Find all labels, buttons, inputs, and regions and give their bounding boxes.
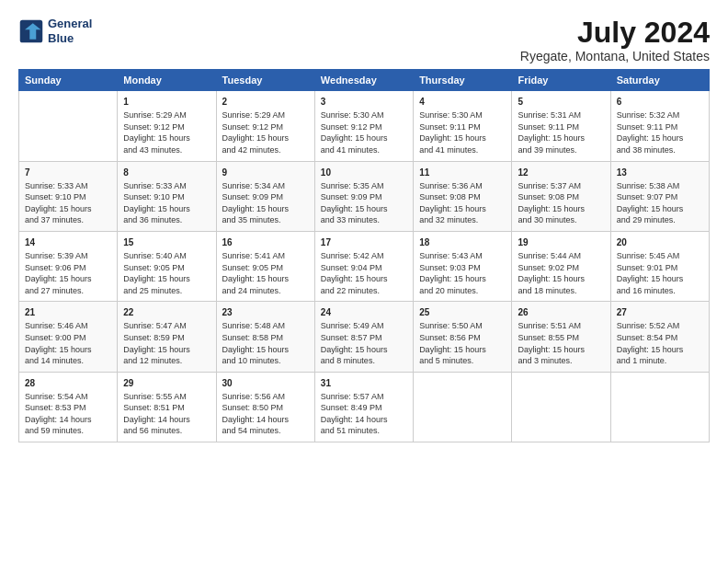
logo-icon <box>18 18 44 44</box>
day-content: Sunrise: 5:51 AM Sunset: 8:55 PM Dayligh… <box>518 320 604 366</box>
day-number: 7 <box>25 167 111 179</box>
calendar-cell: 7Sunrise: 5:33 AM Sunset: 9:10 PM Daylig… <box>19 161 118 231</box>
calendar-cell: 29Sunrise: 5:55 AM Sunset: 8:51 PM Dayli… <box>118 372 216 442</box>
calendar-cell: 31Sunrise: 5:57 AM Sunset: 8:49 PM Dayli… <box>314 372 413 442</box>
day-header-saturday: Saturday <box>610 70 709 91</box>
calendar-cell: 24Sunrise: 5:49 AM Sunset: 8:57 PM Dayli… <box>314 302 413 372</box>
day-content: Sunrise: 5:31 AM Sunset: 9:11 PM Dayligh… <box>518 109 604 155</box>
day-content: Sunrise: 5:33 AM Sunset: 9:10 PM Dayligh… <box>123 180 210 226</box>
calendar-week-4: 21Sunrise: 5:46 AM Sunset: 9:00 PM Dayli… <box>19 302 710 372</box>
calendar-cell: 28Sunrise: 5:54 AM Sunset: 8:53 PM Dayli… <box>19 372 118 442</box>
calendar-cell <box>512 372 610 442</box>
main-title: July 2024 <box>520 17 710 49</box>
day-content: Sunrise: 5:37 AM Sunset: 9:08 PM Dayligh… <box>518 180 604 226</box>
calendar-cell: 30Sunrise: 5:56 AM Sunset: 8:50 PM Dayli… <box>216 372 314 442</box>
day-content: Sunrise: 5:48 AM Sunset: 8:58 PM Dayligh… <box>222 320 309 366</box>
calendar-cell: 12Sunrise: 5:37 AM Sunset: 9:08 PM Dayli… <box>512 161 610 231</box>
day-content: Sunrise: 5:34 AM Sunset: 9:09 PM Dayligh… <box>222 180 309 226</box>
day-number: 28 <box>25 377 111 390</box>
page: General Blue July 2024 Ryegate, Montana,… <box>0 0 728 563</box>
day-content: Sunrise: 5:56 AM Sunset: 8:50 PM Dayligh… <box>222 391 309 437</box>
calendar-table: SundayMondayTuesdayWednesdayThursdayFrid… <box>18 69 710 442</box>
day-content: Sunrise: 5:29 AM Sunset: 9:12 PM Dayligh… <box>222 109 309 155</box>
calendar-cell <box>414 372 512 442</box>
day-number: 3 <box>321 96 407 109</box>
calendar-cell: 20Sunrise: 5:45 AM Sunset: 9:01 PM Dayli… <box>610 231 709 301</box>
calendar-week-3: 14Sunrise: 5:39 AM Sunset: 9:06 PM Dayli… <box>19 231 710 301</box>
day-content: Sunrise: 5:55 AM Sunset: 8:51 PM Dayligh… <box>123 391 210 437</box>
day-content: Sunrise: 5:33 AM Sunset: 9:10 PM Dayligh… <box>25 180 111 226</box>
calendar-cell: 3Sunrise: 5:30 AM Sunset: 9:12 PM Daylig… <box>314 91 413 161</box>
day-number: 27 <box>617 306 703 319</box>
day-header-wednesday: Wednesday <box>314 70 413 91</box>
day-header-monday: Monday <box>118 70 216 91</box>
day-content: Sunrise: 5:30 AM Sunset: 9:11 PM Dayligh… <box>419 109 506 155</box>
day-content: Sunrise: 5:45 AM Sunset: 9:01 PM Dayligh… <box>617 250 703 296</box>
day-number: 18 <box>419 236 506 249</box>
day-number: 9 <box>222 167 309 179</box>
day-header-friday: Friday <box>512 70 610 91</box>
day-header-sunday: Sunday <box>19 70 118 91</box>
calendar-cell: 4Sunrise: 5:30 AM Sunset: 9:11 PM Daylig… <box>414 91 512 161</box>
header: General Blue July 2024 Ryegate, Montana,… <box>18 17 710 63</box>
day-content: Sunrise: 5:35 AM Sunset: 9:09 PM Dayligh… <box>321 180 407 226</box>
logo: General Blue <box>18 17 92 45</box>
day-number: 14 <box>25 236 111 249</box>
day-number: 21 <box>25 306 111 319</box>
calendar-cell <box>19 91 118 161</box>
day-number: 8 <box>123 167 210 179</box>
calendar-cell <box>610 372 709 442</box>
calendar-week-5: 28Sunrise: 5:54 AM Sunset: 8:53 PM Dayli… <box>19 372 710 442</box>
day-content: Sunrise: 5:29 AM Sunset: 9:12 PM Dayligh… <box>123 109 210 155</box>
calendar-cell: 18Sunrise: 5:43 AM Sunset: 9:03 PM Dayli… <box>414 231 512 301</box>
calendar-cell: 27Sunrise: 5:52 AM Sunset: 8:54 PM Dayli… <box>610 302 709 372</box>
day-content: Sunrise: 5:41 AM Sunset: 9:05 PM Dayligh… <box>222 250 309 296</box>
day-content: Sunrise: 5:38 AM Sunset: 9:07 PM Dayligh… <box>617 180 703 226</box>
day-content: Sunrise: 5:47 AM Sunset: 8:59 PM Dayligh… <box>123 320 210 366</box>
calendar-cell: 2Sunrise: 5:29 AM Sunset: 9:12 PM Daylig… <box>216 91 314 161</box>
day-content: Sunrise: 5:44 AM Sunset: 9:02 PM Dayligh… <box>518 250 604 296</box>
day-content: Sunrise: 5:43 AM Sunset: 9:03 PM Dayligh… <box>419 250 506 296</box>
calendar-cell: 10Sunrise: 5:35 AM Sunset: 9:09 PM Dayli… <box>314 161 413 231</box>
calendar-cell: 1Sunrise: 5:29 AM Sunset: 9:12 PM Daylig… <box>118 91 216 161</box>
calendar-week-1: 1Sunrise: 5:29 AM Sunset: 9:12 PM Daylig… <box>19 91 710 161</box>
calendar-cell: 23Sunrise: 5:48 AM Sunset: 8:58 PM Dayli… <box>216 302 314 372</box>
day-content: Sunrise: 5:54 AM Sunset: 8:53 PM Dayligh… <box>25 391 111 437</box>
day-number: 1 <box>123 96 210 109</box>
calendar-cell: 16Sunrise: 5:41 AM Sunset: 9:05 PM Dayli… <box>216 231 314 301</box>
calendar-cell: 15Sunrise: 5:40 AM Sunset: 9:05 PM Dayli… <box>118 231 216 301</box>
day-number: 5 <box>518 96 604 109</box>
subtitle: Ryegate, Montana, United States <box>520 49 710 63</box>
day-number: 30 <box>222 377 309 390</box>
day-number: 20 <box>617 236 703 249</box>
day-number: 24 <box>321 306 407 319</box>
calendar-cell: 11Sunrise: 5:36 AM Sunset: 9:08 PM Dayli… <box>414 161 512 231</box>
calendar-header-row: SundayMondayTuesdayWednesdayThursdayFrid… <box>19 70 710 91</box>
day-number: 10 <box>321 167 407 179</box>
day-content: Sunrise: 5:57 AM Sunset: 8:49 PM Dayligh… <box>321 391 407 437</box>
day-number: 12 <box>518 167 604 179</box>
day-number: 11 <box>419 167 506 179</box>
calendar-cell: 14Sunrise: 5:39 AM Sunset: 9:06 PM Dayli… <box>19 231 118 301</box>
calendar-cell: 8Sunrise: 5:33 AM Sunset: 9:10 PM Daylig… <box>118 161 216 231</box>
day-content: Sunrise: 5:50 AM Sunset: 8:56 PM Dayligh… <box>419 320 506 366</box>
calendar-cell: 26Sunrise: 5:51 AM Sunset: 8:55 PM Dayli… <box>512 302 610 372</box>
day-content: Sunrise: 5:52 AM Sunset: 8:54 PM Dayligh… <box>617 320 703 366</box>
calendar-cell: 19Sunrise: 5:44 AM Sunset: 9:02 PM Dayli… <box>512 231 610 301</box>
calendar-week-2: 7Sunrise: 5:33 AM Sunset: 9:10 PM Daylig… <box>19 161 710 231</box>
calendar-cell: 13Sunrise: 5:38 AM Sunset: 9:07 PM Dayli… <box>610 161 709 231</box>
day-number: 15 <box>123 236 210 249</box>
day-content: Sunrise: 5:46 AM Sunset: 9:00 PM Dayligh… <box>25 320 111 366</box>
title-block: July 2024 Ryegate, Montana, United State… <box>520 17 710 63</box>
day-number: 6 <box>617 96 703 109</box>
day-content: Sunrise: 5:36 AM Sunset: 9:08 PM Dayligh… <box>419 180 506 226</box>
calendar-cell: 25Sunrise: 5:50 AM Sunset: 8:56 PM Dayli… <box>414 302 512 372</box>
day-number: 29 <box>123 377 210 390</box>
day-number: 4 <box>419 96 506 109</box>
day-number: 2 <box>222 96 309 109</box>
day-content: Sunrise: 5:42 AM Sunset: 9:04 PM Dayligh… <box>321 250 407 296</box>
day-content: Sunrise: 5:49 AM Sunset: 8:57 PM Dayligh… <box>321 320 407 366</box>
day-content: Sunrise: 5:39 AM Sunset: 9:06 PM Dayligh… <box>25 250 111 296</box>
calendar-cell: 9Sunrise: 5:34 AM Sunset: 9:09 PM Daylig… <box>216 161 314 231</box>
logo-text: General Blue <box>48 17 92 45</box>
